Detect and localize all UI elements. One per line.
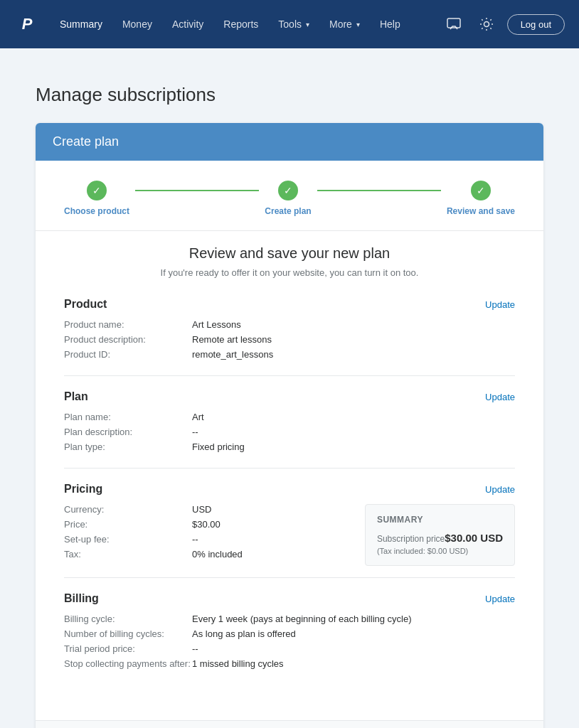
svg-point-1 (484, 22, 489, 27)
pricing-fields: Currency: USD Price: $30.00 Set-up fee: … (64, 504, 351, 566)
plan-type-label: Plan type: (64, 441, 192, 452)
product-section-header: Product Update (64, 298, 515, 311)
product-description-label: Product description: (64, 334, 192, 345)
tax-label: Tax: (64, 549, 192, 560)
nav-more[interactable]: More ▾ (321, 13, 368, 36)
plan-name-row: Plan name: Art (64, 412, 515, 422)
summary-tax-included: (Tax included: $0.00 USD) (377, 547, 503, 555)
page-title: Manage subscriptions (36, 84, 543, 106)
pricing-section-title: Pricing (64, 483, 102, 496)
setup-fee-value: -- (192, 534, 351, 545)
card-header-title: Create plan (53, 134, 119, 149)
product-id-label: Product ID: (64, 349, 192, 360)
plan-name-value: Art (192, 412, 515, 422)
nav-right: Log out (442, 12, 565, 36)
step-1-circle: ✓ (87, 181, 107, 200)
step-choose-product: ✓ Choose product (64, 181, 129, 216)
billing-update-link[interactable]: Update (485, 594, 515, 604)
message-icon-button[interactable] (442, 12, 466, 36)
step-3-circle: ✓ (471, 181, 491, 200)
nav-tools[interactable]: Tools ▾ (270, 13, 318, 36)
paypal-logo: P (14, 11, 40, 37)
billing-cycle-value: Every 1 week (pays at beginning of each … (192, 614, 515, 624)
pricing-grid: Currency: USD Price: $30.00 Set-up fee: … (64, 504, 515, 566)
plan-description-row: Plan description: -- (64, 427, 515, 437)
card-footer: Cancel Previous Save Plan (36, 720, 543, 728)
step-1-label: Choose product (64, 206, 129, 216)
setup-fee-label: Set-up fee: (64, 534, 192, 545)
navbar: P Summary Money Activity Reports Tools ▾… (0, 0, 579, 48)
message-icon (446, 16, 462, 32)
trial-period-value: -- (192, 643, 515, 654)
billing-cycles-count-row: Number of billing cycles: As long as pla… (64, 628, 515, 639)
product-name-row: Product name: Art Lessons (64, 319, 515, 330)
price-label: Price: (64, 519, 192, 530)
plan-description-label: Plan description: (64, 427, 192, 437)
product-section: Product Update Product name: Art Lessons… (64, 298, 515, 376)
subscription-price-label: Subscription price (377, 534, 445, 544)
currency-row: Currency: USD (64, 504, 351, 515)
nav-help[interactable]: Help (371, 13, 409, 36)
more-chevron-icon: ▾ (356, 21, 360, 28)
step-2-circle: ✓ (278, 181, 298, 200)
logout-button[interactable]: Log out (507, 14, 565, 35)
review-subtitle: If you're ready to offer it on your webs… (64, 267, 515, 278)
tax-row: Tax: 0% included (64, 549, 351, 560)
pricing-summary-box: Summary Subscription price $30.00 USD (T… (365, 504, 515, 566)
plan-type-row: Plan type: Fixed pricing (64, 441, 515, 452)
tools-chevron-icon: ▾ (306, 21, 309, 28)
billing-section-header: Billing Update (64, 592, 515, 605)
setup-fee-row: Set-up fee: -- (64, 534, 351, 545)
product-description-value: Remote art lessons (192, 334, 515, 345)
nav-summary[interactable]: Summary (51, 13, 111, 36)
billing-section-title: Billing (64, 592, 99, 605)
pricing-section: Pricing Update Currency: USD Price: $30.… (64, 483, 515, 578)
nav-money[interactable]: Money (114, 13, 161, 36)
pricing-update-link[interactable]: Update (485, 484, 515, 495)
trial-period-row: Trial period price: -- (64, 643, 515, 654)
summary-title: Summary (377, 515, 503, 525)
main-card: Create plan ✓ Choose product ✓ Create pl… (36, 123, 543, 728)
form-content: Review and save your new plan If you're … (36, 230, 543, 720)
product-update-link[interactable]: Update (485, 299, 515, 310)
billing-cycles-count-value: As long as plan is offered (192, 628, 515, 639)
gear-icon (479, 16, 494, 32)
billing-cycle-row: Billing cycle: Every 1 week (pays at beg… (64, 614, 515, 624)
product-id-row: Product ID: remote_art_lessons (64, 349, 515, 360)
review-title: Review and save your new plan (64, 245, 515, 262)
plan-section: Plan Update Plan name: Art Plan descript… (64, 390, 515, 469)
step-2-label: Create plan (265, 206, 311, 216)
tax-value: 0% included (192, 549, 351, 560)
step-create-plan: ✓ Create plan (265, 181, 311, 216)
card-header: Create plan (36, 123, 543, 161)
billing-section: Billing Update Billing cycle: Every 1 we… (64, 592, 515, 685)
plan-type-value: Fixed pricing (192, 441, 515, 452)
pricing-section-header: Pricing Update (64, 483, 515, 496)
currency-value: USD (192, 504, 351, 515)
trial-period-label: Trial period price: (64, 643, 192, 654)
nav-reports[interactable]: Reports (215, 13, 267, 36)
plan-section-title: Plan (64, 390, 88, 403)
summary-price-row: Subscription price $30.00 USD (377, 532, 503, 544)
step-line-2 (317, 190, 441, 191)
plan-description-value: -- (192, 427, 515, 437)
billing-cycle-label: Billing cycle: (64, 614, 192, 624)
plan-name-label: Plan name: (64, 412, 192, 422)
currency-label: Currency: (64, 504, 192, 515)
product-description-row: Product description: Remote art lessons (64, 334, 515, 345)
step-line-1 (135, 190, 259, 191)
stepper: ✓ Choose product ✓ Create plan ✓ Review … (36, 161, 543, 230)
stop-collecting-value: 1 missed billing cycles (192, 658, 515, 669)
product-name-label: Product name: (64, 319, 192, 330)
plan-update-link[interactable]: Update (485, 392, 515, 402)
page-content: Manage subscriptions Create plan ✓ Choos… (14, 63, 565, 728)
page-outer: Manage subscriptions Create plan ✓ Choos… (0, 48, 579, 728)
product-id-value: remote_art_lessons (192, 349, 515, 360)
product-name-value: Art Lessons (192, 319, 515, 330)
settings-icon-button[interactable] (474, 12, 499, 36)
product-section-title: Product (64, 298, 107, 311)
step-3-label: Review and save (447, 206, 515, 216)
nav-activity[interactable]: Activity (164, 13, 212, 36)
price-value: $30.00 (192, 519, 351, 530)
price-row: Price: $30.00 (64, 519, 351, 530)
